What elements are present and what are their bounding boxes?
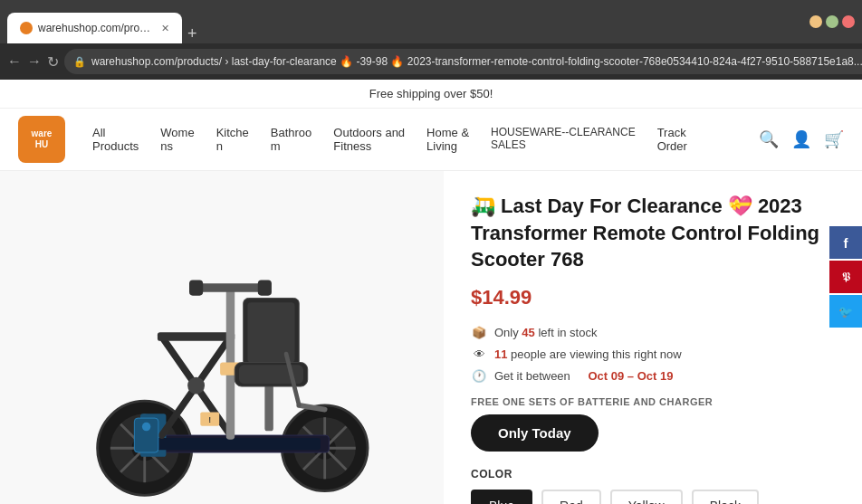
- browser-chrome: warehushop.com/products/... ✕ +: [0, 0, 862, 43]
- color-black-button[interactable]: Black: [692, 490, 759, 504]
- scooter-illustration: !: [59, 235, 385, 504]
- site-wrapper: Free shipping over $50! wareHU AllProduc…: [0, 80, 862, 504]
- twitter-share-button[interactable]: 🐦: [829, 295, 862, 328]
- new-tab-button[interactable]: +: [182, 24, 203, 43]
- facebook-share-button[interactable]: f: [829, 226, 862, 259]
- nav-home[interactable]: Home &Living: [417, 120, 478, 158]
- viewers-row: 👁 11 people are viewing this right now: [471, 346, 835, 362]
- maximize-button[interactable]: [826, 15, 838, 28]
- stock-count: 45: [522, 326, 534, 339]
- pinterest-icon: 𝕻: [842, 270, 850, 284]
- pinterest-share-button[interactable]: 𝕻: [829, 261, 862, 293]
- logo-text: wareHU: [32, 128, 53, 150]
- delivery-dates: Oct 09 – Oct 19: [588, 369, 673, 383]
- stock-row: 📦 Only 45 left in stock: [471, 324, 835, 340]
- nav-houseware[interactable]: HOUSEWARE--CLEARANCESALES: [482, 120, 645, 158]
- svg-rect-16: [153, 438, 321, 450]
- nav-bathroom[interactable]: Bathroom: [262, 120, 321, 158]
- free-shipping-text: Free shipping over $50!: [369, 87, 493, 100]
- address-bar[interactable]: 🔒 warehushop.com/products/ › last-day-fo…: [64, 49, 862, 74]
- svg-rect-24: [189, 281, 203, 296]
- tab-title: warehushop.com/products/...: [38, 22, 156, 34]
- nav-kitchen[interactable]: Kitchen: [207, 120, 258, 158]
- color-blue-button[interactable]: Blue: [471, 490, 532, 504]
- logo[interactable]: wareHU: [18, 116, 65, 163]
- color-red-button[interactable]: Red: [541, 490, 601, 504]
- nav-outdoors[interactable]: Outdoors andFitness: [324, 120, 414, 158]
- tab-favicon: [20, 22, 33, 34]
- viewers-count: 11: [494, 347, 507, 361]
- forward-button[interactable]: →: [27, 49, 42, 74]
- svg-point-20: [187, 377, 205, 395]
- nav-track[interactable]: TrackOrder: [648, 120, 696, 158]
- facebook-icon: f: [844, 235, 848, 251]
- browser-tabs: warehushop.com/products/... ✕ +: [7, 0, 203, 43]
- url-text: warehushop.com/products/ › last-day-for-…: [91, 55, 862, 68]
- lock-icon: 🔒: [73, 56, 86, 68]
- color-options: Blue Red Yellow Black: [471, 490, 835, 504]
- free-shipping-bar: Free shipping over $50!: [0, 80, 862, 109]
- twitter-icon: 🐦: [838, 305, 853, 319]
- cart-icon[interactable]: 🛒: [824, 129, 844, 149]
- box-icon: 📦: [471, 324, 487, 340]
- site-header: wareHU AllProducts Womens Kitchen Bathro…: [0, 109, 862, 171]
- svg-rect-21: [226, 285, 235, 440]
- stock-text: Only 45 left in stock: [494, 326, 597, 339]
- svg-rect-25: [258, 281, 272, 296]
- nav-all-products[interactable]: AllProducts: [83, 120, 148, 158]
- product-price: $14.99: [471, 286, 835, 309]
- main-content: ! 🛺 Last Day For Clearance 💝 2023 Transf…: [0, 171, 862, 504]
- color-yellow-button[interactable]: Yellow: [610, 490, 683, 504]
- account-icon[interactable]: 👤: [791, 129, 811, 149]
- close-button[interactable]: [842, 15, 855, 28]
- svg-text:!: !: [208, 415, 211, 424]
- active-tab[interactable]: warehushop.com/products/... ✕: [7, 13, 182, 43]
- navigation-menu: AllProducts Womens Kitchen Bathroom Outd…: [83, 120, 741, 158]
- viewers-text: 11 people are viewing this right now: [494, 347, 682, 361]
- product-details: 🛺 Last Day For Clearance 💝 2023 Transfor…: [444, 171, 862, 504]
- search-icon[interactable]: 🔍: [759, 129, 779, 149]
- tab-close-btn[interactable]: ✕: [161, 23, 169, 34]
- svg-rect-19: [158, 332, 235, 340]
- svg-point-32: [142, 423, 150, 431]
- only-today-button[interactable]: Only Today: [471, 414, 599, 452]
- eye-icon: 👁: [471, 346, 487, 362]
- minimize-button[interactable]: [809, 15, 822, 28]
- nav-womens[interactable]: Womens: [151, 120, 203, 158]
- browser-nav: ← → ↻ 🔒 warehushop.com/products/ › last-…: [0, 43, 862, 80]
- product-image: !: [50, 226, 394, 504]
- refresh-button[interactable]: ↻: [47, 49, 59, 74]
- delivery-row: 🕐 Get it between Oct 09 – Oct 19: [471, 367, 835, 384]
- back-button[interactable]: ←: [7, 49, 22, 74]
- delivery-text: Get it between: [494, 369, 570, 383]
- free-offer-label: FREE ONE SETS OF BATTERIE AND CHARGER: [471, 396, 835, 407]
- clock-icon: 🕐: [471, 367, 487, 384]
- color-label: COLOR: [471, 468, 835, 480]
- product-title: 🛺 Last Day For Clearance 💝 2023 Transfor…: [471, 193, 835, 273]
- header-icons: 🔍 👤 🛒: [759, 129, 844, 149]
- social-sidebar: f 𝕻 🐦: [829, 226, 862, 328]
- window-controls: [809, 15, 855, 28]
- product-image-area: !: [0, 171, 444, 504]
- product-meta: 📦 Only 45 left in stock 👁 11 people are …: [471, 324, 835, 384]
